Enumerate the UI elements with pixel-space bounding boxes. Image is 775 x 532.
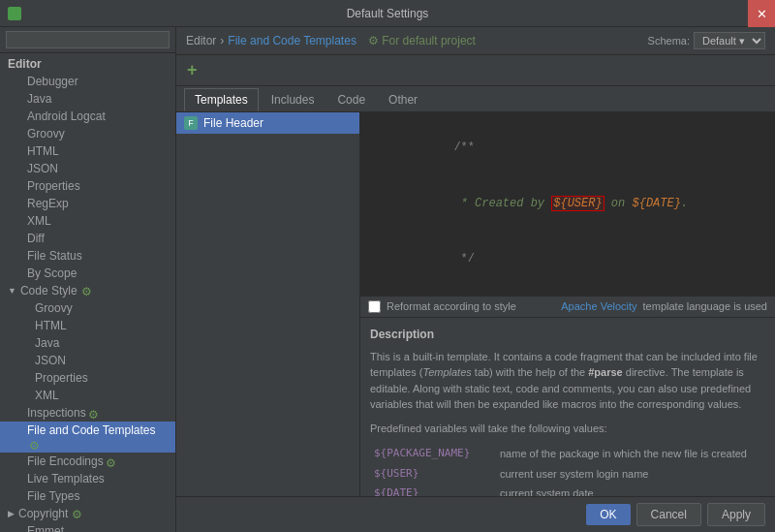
sidebar-item-debugger[interactable]: Debugger [0,73,175,90]
tabs-bar: Templates Includes Code Other [176,86,775,112]
sidebar-item-inspections[interactable]: Inspections ⚙ [0,404,175,422]
variable-desc: current user system login name [496,464,765,485]
variable-desc: current system date [496,484,765,496]
schema-select[interactable]: Default ▾ [694,32,765,49]
sidebar-item-java[interactable]: Java [0,90,175,108]
variable-name: ${PACKAGE_NAME} [370,444,496,464]
breadcrumb-note: ⚙ For default project [368,34,476,47]
reformat-trailing: template language is used [643,300,767,312]
main-panel: F File Header /** * Created by ${USER} o… [176,112,775,496]
sidebar-item-emmet[interactable]: Emmet [0,522,175,532]
code-line-3: */ [370,232,765,288]
sidebar-item-xml[interactable]: XML [0,387,175,404]
sidebar-item-android-logcat[interactable]: Android Logcat [0,108,175,125]
settings-icon: ⚙ [81,285,93,297]
reformat-checkbox[interactable] [368,300,381,313]
variable-row: ${PACKAGE_NAME}name of the package in wh… [370,444,765,464]
code-var-user: ${USER} [551,196,604,211]
breadcrumb-part2[interactable]: File and Code Templates [228,34,356,47]
variables-table: ${PACKAGE_NAME}name of the package in wh… [370,444,765,496]
sidebar-item-file-status[interactable]: File Status [0,247,175,265]
sidebar-item-json[interactable]: JSON [0,352,175,369]
sidebar-item-java[interactable]: Java [0,334,175,352]
code-line-1: /** [370,120,765,176]
page-icon: ⚙ [29,439,41,451]
breadcrumb-sep1: › [220,34,224,47]
sidebar-item-diff[interactable]: Diff [0,230,175,247]
sidebar-items: EditorDebuggerJavaAndroid LogcatGroovyHT… [0,53,175,532]
apply-button[interactable]: Apply [707,503,765,526]
sidebar-item-html[interactable]: HTML [0,317,175,334]
schema-label: Schema: [648,35,690,47]
code-var-date: ${DATE} [632,197,680,210]
variable-desc: name of the package in which the new fil… [496,444,765,464]
tab-templates[interactable]: Templates [184,88,259,111]
variable-name: ${USER} [370,464,496,485]
chevron-icon: ▼ [8,286,16,296]
page-icon: ⚙ [106,456,117,468]
sidebar-item-groovy[interactable]: Groovy [0,125,175,142]
sidebar-item-file-and-code-templates[interactable]: File and Code Templates ⚙ [0,422,175,453]
window-title: Default Settings [347,7,429,20]
variable-row: ${USER}current user system login name [370,464,765,485]
content-area: Editor › File and Code Templates ⚙ For d… [176,27,775,532]
settings-icon: ⚙ [72,508,83,519]
ok-button[interactable]: OK [586,504,630,525]
toolbar: + [176,55,775,86]
sidebar-group-label: Copyright [18,507,68,520]
page-icon: ⚙ [88,408,100,420]
tab-includes[interactable]: Includes [261,88,326,111]
schema-selector: Schema: Default ▾ [648,32,765,49]
title-bar: Default Settings ✕ [0,0,775,27]
sidebar-item-html[interactable]: HTML [0,142,175,160]
description-panel: Description This is a built-in template.… [360,318,775,496]
sidebar-group-copyright[interactable]: ▶Copyright⚙ [0,505,175,522]
description-para-1: This is a built-in template. It contains… [370,349,765,413]
sidebar-search-area [0,27,175,53]
code-editor[interactable]: /** * Created by ${USER} on ${DATE}. */ [360,112,775,296]
breadcrumb-part1: Editor [186,34,216,47]
description-para-2: Predefined variables will take the follo… [370,421,765,437]
template-item-file-header[interactable]: F File Header [176,112,359,134]
sidebar-item-properties[interactable]: Properties [0,369,175,387]
search-input[interactable] [6,31,170,48]
code-comment-close: */ [453,252,475,266]
chevron-icon: ▶ [8,509,15,518]
cancel-button[interactable]: Cancel [636,503,701,526]
sidebar-section-editor: Editor [0,53,175,73]
velocity-link[interactable]: Apache Velocity [561,300,636,312]
code-line-2: * Created by ${USER} on ${DATE}. [370,176,765,233]
sidebar-item-xml[interactable]: XML [0,212,175,230]
sidebar-group-code-style[interactable]: ▼Code Style⚙ [0,282,175,299]
sidebar-item-groovy[interactable]: Groovy [0,299,175,317]
sidebar: EditorDebuggerJavaAndroid LogcatGroovyHT… [0,27,176,532]
code-comment-open: /** [453,141,475,154]
description-title: Description [370,326,765,343]
sidebar-item-regexp[interactable]: RegExp [0,195,175,212]
app-icon [8,7,21,20]
close-button[interactable]: ✕ [748,0,775,27]
variable-row: ${DATE}current system date [370,484,765,496]
tab-other[interactable]: Other [378,88,428,111]
template-icon: F [184,116,198,130]
reformat-label: Reformat according to style [387,300,516,312]
bottom-bar: OK Cancel Apply [176,496,775,532]
add-template-button[interactable]: + [184,58,201,82]
sidebar-item-file-types[interactable]: File Types [0,487,175,505]
sidebar-item-file-encodings[interactable]: File Encodings ⚙ [0,453,175,470]
sidebar-item-by-scope[interactable]: By Scope [0,265,175,282]
tab-code[interactable]: Code [326,88,376,111]
template-list: F File Header [176,112,360,496]
reformat-bar: Reformat according to style Apache Veloc… [360,296,775,318]
editor-panel: /** * Created by ${USER} on ${DATE}. */ … [360,112,775,496]
breadcrumb: Editor › File and Code Templates ⚙ For d… [176,27,775,55]
variable-name: ${DATE} [370,484,496,496]
sidebar-item-json[interactable]: JSON [0,160,175,177]
template-item-label: File Header [203,116,264,130]
sidebar-item-live-templates[interactable]: Live Templates [0,470,175,487]
sidebar-group-label: Code Style [20,284,78,297]
code-text-created: * Created [453,197,530,210]
sidebar-item-properties[interactable]: Properties [0,177,175,195]
